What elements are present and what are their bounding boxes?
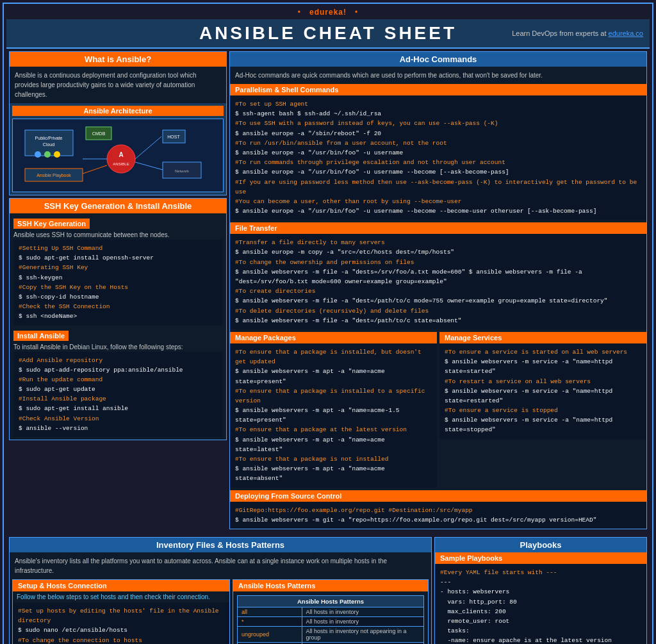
manage-services-code: #To ensure a service is started on all w… — [439, 343, 646, 439]
ssh-line-4: #Copy the SSH Key on the Hosts — [19, 283, 217, 292]
install-desc: To install Ansible in Debian Linux, foll… — [13, 342, 222, 352]
svg-text:CMDB: CMDB — [92, 131, 106, 136]
inst-line-3: $ sudo apt-get update — [19, 384, 217, 394]
inventory-main-section: Inventory Files & Hosts Patterns Ansible… — [9, 537, 432, 644]
svg-text:Public/Private: Public/Private — [35, 136, 63, 140]
file-transfer-title: File Transfer — [230, 222, 646, 234]
ssh-gen-block: SSH Key Generation Ansible uses SSH to c… — [10, 213, 226, 326]
ansible-architecture: Ansible Architecture Public/Private Clou… — [10, 103, 226, 195]
bullet-left: • — [298, 8, 301, 17]
ssh-line-2: #Generating SSH Key — [19, 263, 217, 272]
adhoc-title: Ad-Hoc Commands — [230, 52, 646, 67]
svg-point-8 — [107, 145, 135, 173]
svg-line-19 — [135, 162, 163, 170]
manage-packages-title: Manage Packages — [230, 332, 437, 343]
manage-packages-block: Manage Packages #To ensure that a packag… — [230, 332, 437, 488]
svg-text:Network: Network — [175, 169, 190, 173]
table-row: all All hosts in inventory — [238, 607, 424, 616]
setup-desc: Follow the below steps to set hosts and … — [13, 591, 229, 602]
ssh-line-0: #Setting Up SSH Command — [19, 244, 217, 253]
table-row: * All hosts in inventory — [238, 616, 424, 626]
file-transfer-code: #Transfer a file directly to many server… — [230, 234, 646, 329]
svg-text:HOST: HOST — [167, 135, 180, 139]
setup-title: Setup & Hosts Connection — [13, 580, 229, 591]
deploying-code: #GitRepo:https://foo.example.org/repo.gi… — [230, 502, 646, 529]
inst-line-5: $ sudo apt-get install ansible — [19, 404, 217, 413]
svg-point-3 — [35, 151, 41, 158]
inventory-desc: Ansible's inventory lists all the platfo… — [10, 552, 431, 579]
top-bar: • edureka! • — [6, 6, 650, 19]
ssh-desc: Ansible uses SSH to communicate between … — [13, 230, 222, 240]
parallelism-code: #To set up SSH agent $ ssh-agent bash $ … — [230, 95, 646, 220]
svg-point-4 — [44, 151, 51, 158]
playbooks-title: Playbooks — [435, 538, 646, 552]
right-column: Ad-Hoc Commands Ad-Hoc commands are quic… — [229, 51, 647, 532]
ssh-line-6: #Check the SSH Connection — [19, 302, 217, 311]
hosts-table: Ansible Hosts Patterns all All hosts in … — [237, 595, 424, 644]
ssh-install-section: SSH Key Generation & Install Ansible SSH… — [9, 198, 227, 440]
ansible-description: Ansible is a continuous deployment and c… — [15, 70, 221, 99]
ssh-line-3: $ ssh-keygen — [19, 273, 217, 283]
page-header: ANSIBLE CHEAT SHEET Learn DevOps from ex… — [6, 19, 650, 49]
arch-svg: Public/Private Cloud CMDB A ANSIBLE — [22, 124, 214, 188]
setup-code: #Set up hosts by editing the hosts' file… — [13, 602, 229, 644]
edureka-link[interactable]: edureka.co — [609, 29, 643, 37]
parallelism-title: Parallelism & Shell Commands — [230, 84, 646, 95]
svg-text:A: A — [119, 151, 123, 158]
playbooks-main-section: Playbooks Sample Playbooks #Every YAML f… — [434, 537, 647, 644]
main-content: What is Ansible? Ansible is a continuous… — [6, 49, 650, 534]
svg-text:Ansible Playbook: Ansible Playbook — [37, 173, 71, 178]
ssh-install-title: SSH Key Generation & Install Ansible — [10, 199, 226, 213]
sample-playbooks-title: Sample Playbooks — [435, 552, 646, 564]
ssh-gen-subtitle: SSH Key Generation — [13, 219, 90, 229]
what-is-ansible-section: What is Ansible? Ansible is a continuous… — [9, 51, 227, 195]
inst-line-4: #Install Ansible package — [19, 394, 217, 404]
svg-text:ANSIBLE: ANSIBLE — [113, 162, 129, 166]
inst-line-7: $ ansible --version — [19, 424, 217, 433]
bullet-right: • — [355, 8, 358, 17]
playbooks-section: Playbooks Sample Playbooks #Every YAML f… — [434, 537, 647, 644]
adhoc-desc: Ad-Hoc commands are quick commands which… — [230, 67, 646, 84]
table-header: Ansible Hosts Patterns — [238, 595, 424, 607]
what-is-ansible-body: Ansible is a continuous deployment and c… — [10, 67, 226, 103]
deploying-title: Deploying From Source Control — [230, 490, 646, 502]
inventory-section: Inventory Files & Hosts Patterns Ansible… — [9, 537, 432, 644]
bottom-section: Inventory Files & Hosts Patterns Ansible… — [6, 534, 650, 644]
sample-playbooks-code: #Every YAML file starts with --- --- - h… — [435, 564, 646, 644]
install-subtitle: Install Ansible — [13, 331, 69, 341]
manage-services-title: Manage Services — [439, 332, 646, 343]
setup-hosts-row: Setup & Hosts Connection Follow the belo… — [10, 579, 431, 644]
ssh-code: #Setting Up SSH Command $ sudo apt-get i… — [13, 240, 222, 326]
brand-name: edureka! — [309, 8, 347, 17]
hosts-patterns-body: Ansible Hosts Patterns all All hosts in … — [233, 591, 428, 644]
packages-services-row: Manage Packages #To ensure that a packag… — [230, 332, 646, 488]
learn-devops-text: Learn DevOps from experts at edureka.co — [512, 29, 643, 37]
ssh-line-7: $ ssh <nodeName> — [19, 311, 217, 321]
table-row: ungrouped All hosts in inventory not app… — [238, 626, 424, 642]
svg-text:Cloud: Cloud — [43, 142, 54, 147]
what-is-ansible-title: What is Ansible? — [10, 52, 226, 67]
inst-line-2: #Run the update command — [19, 375, 217, 384]
svg-line-18 — [135, 136, 161, 159]
adhoc-section: Ad-Hoc Commands Ad-Hoc commands are quic… — [229, 51, 647, 529]
inventory-main-title: Inventory Files & Hosts Patterns — [10, 538, 431, 552]
hosts-patterns-title: Ansible Hosts Patterns — [233, 580, 428, 591]
arch-title: Ansible Architecture — [12, 106, 224, 116]
inst-line-1: $ sudo apt-add-repository ppa:ansible/an… — [19, 365, 217, 375]
bottom-row: Inventory Files & Hosts Patterns Ansible… — [9, 537, 647, 644]
svg-line-20 — [83, 165, 107, 174]
hosts-patterns-block: Ansible Hosts Patterns Ansible Hosts Pat… — [233, 579, 429, 644]
inst-line-0: #Add Ansible repository — [19, 356, 217, 365]
svg-point-5 — [54, 151, 60, 158]
install-code: #Add Ansible repository $ sudo apt-add-r… — [13, 352, 222, 438]
manage-packages-code: #To ensure that a package is installed, … — [230, 343, 437, 488]
setup-hosts-block: Setup & Hosts Connection Follow the belo… — [12, 579, 230, 644]
left-column: What is Ansible? Ansible is a continuous… — [9, 51, 227, 532]
install-block: Install Ansible To install Ansible in De… — [10, 326, 226, 440]
ssh-line-1: $ sudo apt-get install openssh-server — [19, 253, 217, 263]
inst-line-6: #Check Ansible Version — [19, 414, 217, 424]
arch-diagram: Public/Private Cloud CMDB A ANSIBLE — [12, 119, 224, 192]
outer-border: • edureka! • ANSIBLE CHEAT SHEET Learn D… — [3, 3, 653, 644]
manage-services-block: Manage Services #To ensure a service is … — [439, 332, 646, 488]
ssh-line-5: $ ssh-copy-id hostname — [19, 292, 217, 302]
